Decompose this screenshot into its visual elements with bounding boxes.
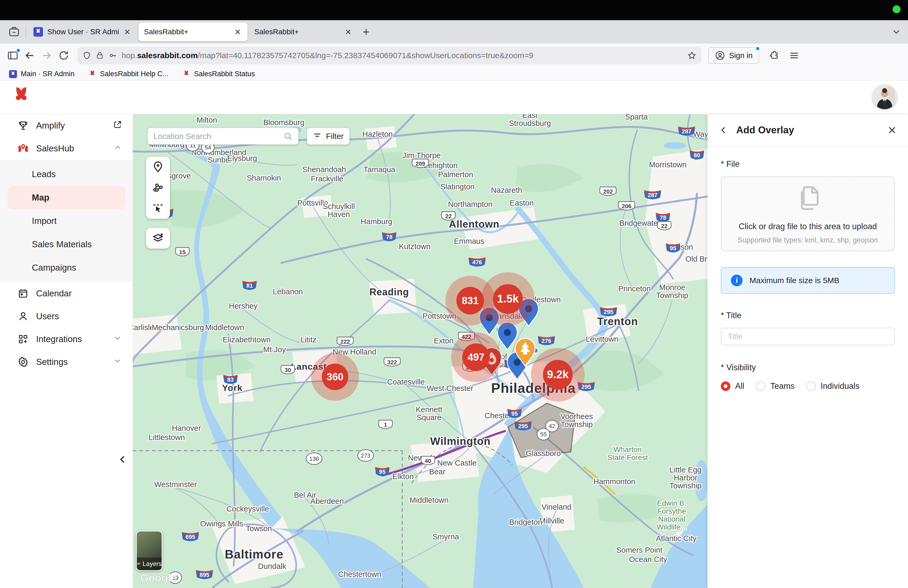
layers-icon <box>137 561 140 567</box>
chevron-up-icon[interactable] <box>113 143 122 154</box>
macos-menubar <box>0 0 908 20</box>
sidebar-item-integrations[interactable]: Integrations <box>0 328 133 351</box>
bookmark-item[interactable]: Main · SR Admin <box>9 70 75 78</box>
lead-cluster-9.2k[interactable]: 9.2k <box>531 348 584 401</box>
svg-text:42: 42 <box>549 423 555 429</box>
sidebar-item-settings[interactable]: Settings <box>0 351 133 374</box>
svg-text:Somers Point: Somers Point <box>616 546 662 554</box>
info-icon: i <box>731 275 742 286</box>
svg-text:276: 276 <box>542 338 551 344</box>
svg-text:Princeton: Princeton <box>618 284 651 293</box>
svg-text:Ocean City: Ocean City <box>629 555 667 564</box>
svg-text:831: 831 <box>462 295 478 306</box>
svg-text:202: 202 <box>603 188 613 195</box>
user-avatar[interactable] <box>873 85 897 109</box>
svg-text:209: 209 <box>415 160 425 167</box>
bookmark-star-icon[interactable] <box>687 51 697 60</box>
svg-text:State Forest: State Forest <box>607 453 648 462</box>
svg-text:Hanover: Hanover <box>172 424 201 432</box>
salesrabbit-logo[interactable] <box>14 86 29 109</box>
forward-button[interactable] <box>38 47 55 64</box>
reload-button[interactable] <box>55 47 72 64</box>
svg-text:National: National <box>658 515 686 523</box>
notification-dot <box>16 48 21 53</box>
location-search-input[interactable] <box>153 132 283 141</box>
divider <box>26 26 26 38</box>
sidebar-item-calendar[interactable]: Calendar <box>0 282 133 305</box>
map-collapse-chevron[interactable] <box>115 451 130 467</box>
library-icon[interactable] <box>5 23 23 41</box>
radio-dot[interactable] <box>756 381 765 391</box>
app-sidebar: AmplifySalesHubLeadsMapImportSales Mater… <box>0 114 133 588</box>
sidebar-item-sales-materials[interactable]: Sales Materials <box>0 233 133 256</box>
radio-dot[interactable] <box>721 381 730 391</box>
shield-icon[interactable] <box>82 51 91 60</box>
visibility-radio-individuals[interactable]: Individuals <box>806 381 860 391</box>
browser-tab[interactable]: Show User · SR Admin✕ <box>28 23 137 41</box>
location-search-box[interactable] <box>148 128 298 145</box>
permissions-icon[interactable] <box>108 51 118 60</box>
sidebar-item-users[interactable]: Users <box>0 305 133 328</box>
sidebar-panel-icon[interactable] <box>4 47 21 64</box>
sidebar-item-import[interactable]: Import <box>0 209 133 233</box>
lead-cluster-360[interactable]: 360 <box>311 353 359 401</box>
salesmap-icon <box>18 143 29 154</box>
panel-back-chevron[interactable] <box>719 126 728 135</box>
browser-tab[interactable]: SalesRabbit+✕ <box>249 23 358 41</box>
menu-hamburger-icon[interactable] <box>786 47 803 64</box>
back-button[interactable] <box>21 47 38 64</box>
sidebar-item-amplify[interactable]: Amplify <box>0 114 133 137</box>
bookmark-label: SalesRabbit Status <box>194 70 255 78</box>
layers-basemap-button[interactable]: Layers <box>136 531 163 571</box>
route-shield-895: 895 <box>196 570 213 579</box>
firefox-signin-button[interactable]: Sign in <box>708 47 759 64</box>
url-bar[interactable]: hop.salesrabbit.com/map?lat=40.117823575… <box>77 47 702 64</box>
route-shield-222: 222 <box>337 337 353 346</box>
draw-polygon-tool[interactable] <box>146 177 170 198</box>
visibility-radio-all[interactable]: All <box>721 381 744 391</box>
extensions-puzzle-icon[interactable] <box>766 47 783 64</box>
new-tab-button[interactable]: + <box>363 25 370 39</box>
tab-close-icon[interactable]: ✕ <box>123 27 132 37</box>
radio-label: Teams <box>770 381 794 391</box>
browser-tab[interactable]: SalesRabbit+✕ <box>138 23 248 41</box>
svg-text:Glassboro: Glassboro <box>526 449 561 458</box>
chevron-down-icon[interactable] <box>113 356 122 367</box>
svg-text:80: 80 <box>694 152 700 159</box>
bookmark-item[interactable]: SalesRabbit Help C... <box>89 70 169 78</box>
add-overlay-layers-tool[interactable] <box>146 228 170 248</box>
svg-text:Edwin B.: Edwin B. <box>657 499 687 507</box>
svg-text:Coatesville: Coatesville <box>387 378 425 386</box>
tab-overflow-chevron-icon[interactable] <box>891 27 902 38</box>
file-upload-dropzone[interactable]: Click or drag file to this area to uploa… <box>721 176 895 251</box>
svg-text:Mt Joy: Mt Joy <box>263 345 286 354</box>
radio-dot[interactable] <box>806 381 816 391</box>
lead-cluster-1.5k[interactable]: 1.5k <box>481 272 535 326</box>
sidebar-item-map[interactable]: Map <box>7 186 125 209</box>
svg-text:Towson: Towson <box>246 524 272 533</box>
svg-text:Township: Township <box>656 291 688 300</box>
svg-text:Tamaqua: Tamaqua <box>364 165 395 174</box>
lead-cluster-497[interactable]: 497 <box>451 332 501 382</box>
route-shield-95: 95 <box>666 243 680 253</box>
visibility-radio-teams[interactable]: Teams <box>756 381 794 391</box>
title-input[interactable] <box>721 328 895 345</box>
svg-text:Baltimore: Baltimore <box>225 548 283 561</box>
tab-close-icon[interactable]: ✕ <box>344 27 353 37</box>
lock-icon[interactable] <box>96 51 104 60</box>
filter-button[interactable]: Filter <box>307 128 349 145</box>
map-canvas[interactable]: MiltonBloomsburgEastStroudsburgSpartaMif… <box>133 114 708 588</box>
sidebar-item-campaigns[interactable]: Campaigns <box>0 256 133 279</box>
chevron-down-icon[interactable] <box>113 333 122 345</box>
tab-close-icon[interactable]: ✕ <box>233 27 242 37</box>
lasso-select-tool[interactable] <box>146 198 170 219</box>
svg-text:Bridgewater: Bridgewater <box>620 219 660 227</box>
add-pin-tool[interactable] <box>146 157 170 177</box>
bookmark-item[interactable]: SalesRabbit Status <box>182 70 255 78</box>
svg-text:Shamokin: Shamokin <box>247 174 281 182</box>
panel-close-icon[interactable] <box>887 126 897 135</box>
sidebar-item-leads[interactable]: Leads <box>0 163 133 186</box>
sidebar-item-saleshub[interactable]: SalesHub <box>0 137 133 160</box>
panel-title: Add Overlay <box>736 124 879 136</box>
svg-text:Township: Township <box>670 482 702 490</box>
